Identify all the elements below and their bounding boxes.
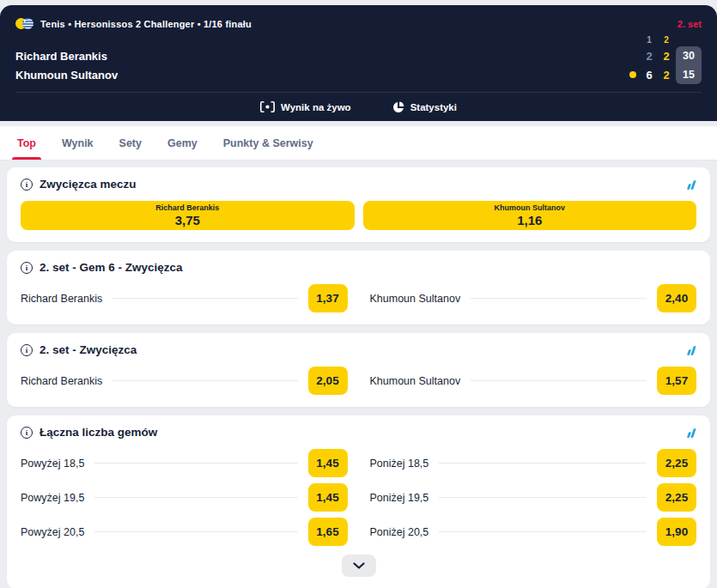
market-header: i 2. set - Gem 6 - Zwycięzca [21, 261, 696, 274]
sport-icon-pair [15, 18, 33, 29]
odds-button[interactable]: 1,65 [308, 518, 348, 546]
selection-row: Poniżej 19,5 2,25 [370, 483, 697, 512]
odds-trend-icon[interactable] [688, 427, 697, 438]
selection-odds: 3,75 [175, 213, 200, 227]
market-header: i Łączna liczba gemów [21, 426, 696, 439]
leader-line [439, 497, 647, 498]
selection-row: Richard Berankis 1,37 [21, 284, 348, 312]
away-set2-score: 2 [663, 69, 669, 82]
statistics-button[interactable]: Statystyki [392, 101, 457, 113]
odds-trend-icon[interactable] [688, 345, 697, 355]
home-set1-score: 2 [646, 50, 652, 63]
odds-button[interactable]: 1,90 [657, 518, 696, 546]
leader-line [112, 380, 297, 381]
selection-label: Powyżej 20,5 [21, 526, 84, 538]
live-score-label: Wynik na żywo [281, 102, 351, 112]
selection-label: Khumoun Sultanov [370, 375, 461, 387]
pie-chart-icon [392, 101, 404, 113]
selection-label: Richard Berankis [155, 203, 219, 212]
market-tab-bar: Top Wynik Sety Gemy Punkty & Serwisy [0, 126, 717, 161]
home-set2-score: 2 [663, 50, 669, 63]
home-game-points: 30 [683, 50, 695, 62]
statistics-label: Statystyki [410, 102, 457, 112]
selection-row: Powyżej 18,5 1,45 [21, 449, 348, 477]
leader-line [94, 463, 297, 464]
market-title: Łączna liczba gemów [39, 426, 157, 439]
selection-label: Richard Berankis [21, 375, 102, 387]
breadcrumb-wrap: Tenis • Hersonissos 2 Challenger • 1/16 … [15, 18, 252, 29]
selection-label: Khumoun Sultanov [495, 203, 566, 212]
selection-label: Poniżej 19,5 [370, 492, 429, 504]
odds-trend-icon[interactable] [688, 179, 697, 190]
selection-row: Powyżej 19,5 1,45 [21, 483, 348, 512]
match-action-bar: Wynik na żywo Statystyki [15, 92, 702, 121]
serving-indicator [629, 71, 636, 78]
leader-line [439, 531, 647, 532]
selection-row: Powyżej 20,5 1,65 [21, 518, 348, 546]
odds-button[interactable]: 2,05 [308, 367, 348, 395]
market-title: 2. set - Zwycięzca [39, 343, 137, 356]
match-breadcrumb-row: Tenis • Hersonissos 2 Challenger • 1/16 … [15, 5, 702, 31]
match-header-panel: Tenis • Hersonissos 2 Challenger • 1/16 … [0, 5, 717, 121]
leader-line [94, 497, 297, 498]
selection-label: Powyżej 18,5 [21, 458, 84, 470]
selection-label: Richard Berankis [21, 293, 102, 305]
leader-line [439, 463, 647, 464]
leader-line [471, 380, 647, 381]
info-icon[interactable]: i [21, 344, 33, 356]
market-card-match-winner: i Zwycięzca meczu Richard Berankis 3,75 … [7, 167, 710, 242]
away-game-points: 15 [683, 69, 695, 81]
odds-button[interactable]: 2,40 [657, 284, 696, 312]
info-icon[interactable]: i [21, 262, 33, 274]
live-score-icon [260, 101, 275, 112]
odds-button[interactable]: 2,25 [657, 449, 696, 477]
market-header: i 2. set - Zwycięzca [21, 343, 696, 356]
selection-row: Poniżej 20,5 1,90 [370, 518, 697, 546]
selection-label: Khumoun Sultanov [370, 293, 461, 305]
tab-sety[interactable]: Sety [119, 126, 142, 160]
leader-line [112, 298, 297, 299]
selection-label: Powyżej 19,5 [21, 492, 84, 504]
market-card-set2-winner: i 2. set - Zwycięzca Richard Berankis 2,… [7, 333, 710, 407]
set1-header: 1 [647, 35, 652, 45]
away-set1-score: 6 [646, 69, 652, 82]
page: Tenis • Hersonissos 2 Challenger • 1/16 … [0, 5, 717, 588]
selection-row: Poniżej 18,5 2,25 [370, 449, 697, 477]
selection-row: Khumoun Sultanov 1,57 [370, 367, 697, 395]
odds-button[interactable]: 2,25 [657, 483, 696, 512]
market-card-game6-winner: i 2. set - Gem 6 - Zwycięzca Richard Ber… [7, 251, 710, 324]
market-card-total-games: i Łączna liczba gemów Powyżej 18,5 1,45 … [7, 415, 710, 588]
selection-row: Khumoun Sultanov 2,40 [370, 284, 697, 312]
tab-wynik[interactable]: Wynik [62, 126, 94, 160]
chevron-down-icon [353, 562, 365, 569]
player-names: Richard Berankis Khumoun Sultanov [15, 33, 118, 84]
market-title: Zwycięzca meczu [39, 178, 137, 191]
greece-flag-icon [22, 18, 33, 29]
odds-button[interactable]: 1,37 [308, 284, 348, 312]
set2-header: 2 [664, 35, 669, 45]
expand-market-button[interactable] [342, 555, 376, 577]
tab-top[interactable]: Top [17, 126, 36, 160]
info-icon[interactable]: i [21, 179, 33, 191]
odds-button[interactable]: 1,45 [308, 483, 348, 512]
player-name-away: Khumoun Sultanov [15, 65, 118, 84]
tab-punkty-serwisy[interactable]: Punkty & Serwisy [223, 126, 313, 160]
tab-gemy[interactable]: Gemy [167, 126, 197, 160]
leader-line [471, 298, 647, 299]
odds-button[interactable]: 1,57 [657, 367, 696, 395]
game-points-box: 30 15 [676, 46, 702, 84]
live-score-button[interactable]: Wynik na żywo [260, 101, 351, 112]
selection-row: Richard Berankis 2,05 [21, 367, 348, 395]
market-title: 2. set - Gem 6 - Zwycięzca [39, 261, 183, 274]
odds-button[interactable]: 1,45 [308, 449, 348, 477]
info-icon[interactable]: i [21, 427, 33, 439]
selection-label: Poniżej 20,5 [370, 526, 429, 538]
selection-odds: 1,16 [517, 213, 542, 227]
score-grid: 1 2 2 2 6 2 30 15 [626, 33, 702, 84]
odds-button-away[interactable]: Khumoun Sultanov 1,16 [363, 201, 697, 230]
match-status-badge: 2. set [678, 19, 702, 29]
scoreboard: Richard Berankis Khumoun Sultanov 1 2 2 … [15, 31, 702, 84]
odds-button-home[interactable]: Richard Berankis 3,75 [21, 201, 355, 230]
leader-line [94, 531, 297, 532]
market-header: i Zwycięzca meczu [21, 178, 696, 191]
